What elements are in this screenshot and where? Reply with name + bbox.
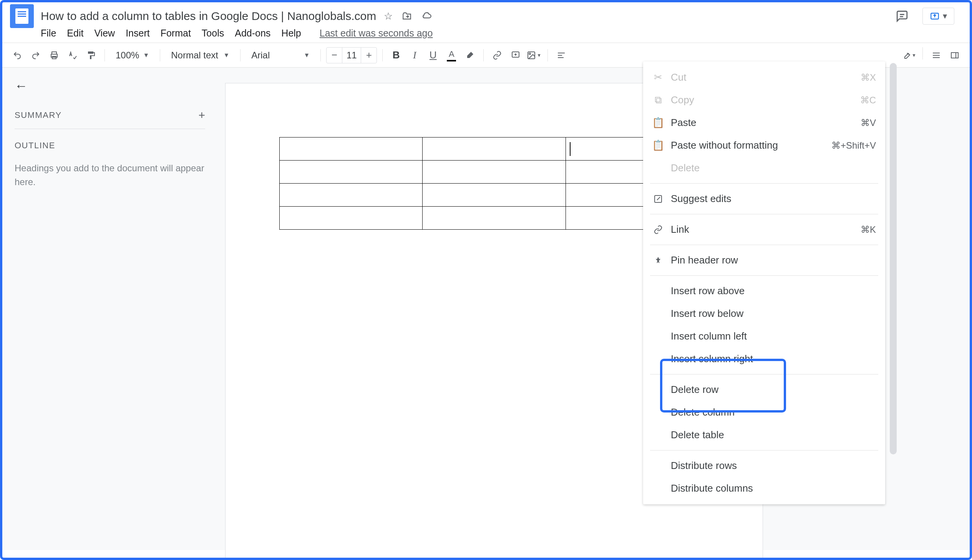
context-link[interactable]: Link ⌘K (643, 218, 885, 241)
svg-point-8 (529, 53, 530, 55)
context-insert-row-below[interactable]: Insert row below (643, 302, 885, 325)
context-paste[interactable]: 📋 Paste ⌘V (643, 112, 885, 134)
underline-button[interactable]: U (425, 47, 441, 63)
menu-view[interactable]: View (94, 28, 115, 39)
suggest-icon (652, 194, 664, 203)
menu-file[interactable]: File (41, 28, 56, 39)
outline-sidebar: ← SUMMARY + OUTLINE Headings you add to … (2, 68, 217, 550)
editing-mode-button[interactable]: ▼ (901, 47, 917, 63)
hide-menus-button[interactable] (928, 47, 944, 63)
paste-plain-icon: 📋 (652, 140, 664, 151)
undo-button[interactable] (9, 47, 25, 63)
docs-logo-icon[interactable] (10, 4, 34, 28)
cloud-status-icon[interactable] (421, 11, 432, 22)
context-copy[interactable]: ⧉ Copy ⌘C (643, 89, 885, 112)
move-icon[interactable] (402, 11, 412, 21)
context-delete-table[interactable]: Delete table (643, 423, 885, 446)
link-icon (652, 225, 664, 234)
paragraph-style-select[interactable]: Normal text▼ (165, 50, 235, 61)
summary-heading: SUMMARY (15, 110, 62, 120)
add-comment-button[interactable] (507, 47, 524, 63)
menu-insert[interactable]: Insert (126, 28, 150, 39)
zoom-select[interactable]: 100%▼ (110, 50, 155, 61)
svg-rect-15 (951, 53, 958, 58)
context-delete[interactable]: Delete (643, 157, 885, 179)
print-button[interactable] (46, 47, 62, 63)
context-cut[interactable]: ✂ Cut ⌘X (643, 66, 885, 89)
font-size-control[interactable]: − 11 + (326, 47, 377, 63)
side-panel-button[interactable] (947, 47, 963, 63)
insert-link-button[interactable] (489, 47, 505, 63)
font-size-value[interactable]: 11 (342, 48, 361, 63)
menu-addons[interactable]: Add-ons (235, 28, 270, 39)
insert-image-button[interactable]: ▼ (526, 47, 542, 63)
star-icon[interactable]: ☆ (384, 10, 393, 22)
context-distribute-columns[interactable]: Distribute columns (643, 477, 885, 500)
copy-icon: ⧉ (652, 94, 664, 106)
scrollbar[interactable] (890, 63, 897, 462)
redo-button[interactable] (28, 47, 44, 63)
add-summary-button[interactable]: + (198, 109, 205, 122)
context-pin-header[interactable]: Pin header row (643, 249, 885, 272)
cut-icon: ✂ (652, 72, 664, 83)
spellcheck-button[interactable] (65, 47, 81, 63)
comment-history-icon[interactable] (895, 10, 909, 23)
menu-format[interactable]: Format (161, 28, 191, 39)
menu-tools[interactable]: Tools (202, 28, 224, 39)
document-title[interactable]: How to add a column to tables in Google … (41, 10, 376, 23)
context-menu: ✂ Cut ⌘X ⧉ Copy ⌘C 📋 Paste ⌘V 📋 Paste wi… (643, 62, 885, 504)
collapse-outline-icon[interactable]: ← (15, 78, 205, 93)
text-color-button[interactable]: A (443, 47, 460, 63)
context-paste-no-format[interactable]: 📋 Paste without formatting ⌘+Shift+V (643, 134, 885, 157)
share-button[interactable]: ▾ (922, 8, 954, 25)
font-size-increase[interactable]: + (361, 48, 377, 63)
font-select[interactable]: Arial▼ (246, 50, 315, 61)
menu-edit[interactable]: Edit (67, 28, 83, 39)
menu-help[interactable]: Help (281, 28, 301, 39)
context-suggest-edits[interactable]: Suggest edits (643, 187, 885, 210)
context-insert-col-right[interactable]: Insert column right (643, 348, 885, 370)
font-size-decrease[interactable]: − (327, 48, 342, 63)
paste-icon: 📋 (652, 117, 664, 129)
paint-format-button[interactable] (83, 47, 99, 63)
italic-button[interactable]: I (407, 47, 423, 63)
context-delete-row[interactable]: Delete row (643, 378, 885, 401)
highlight-color-button[interactable] (462, 47, 478, 63)
align-button[interactable] (553, 47, 569, 63)
outline-empty-hint: Headings you add to the document will ap… (15, 161, 205, 189)
context-insert-col-left[interactable]: Insert column left (643, 325, 885, 348)
pin-icon (652, 256, 664, 265)
bold-button[interactable]: B (388, 47, 404, 63)
last-edit-link[interactable]: Last edit was seconds ago (320, 28, 433, 39)
context-insert-row-above[interactable]: Insert row above (643, 280, 885, 302)
context-distribute-rows[interactable]: Distribute rows (643, 454, 885, 477)
context-delete-column[interactable]: Delete column (643, 401, 885, 423)
outline-heading: OUTLINE (15, 140, 205, 150)
